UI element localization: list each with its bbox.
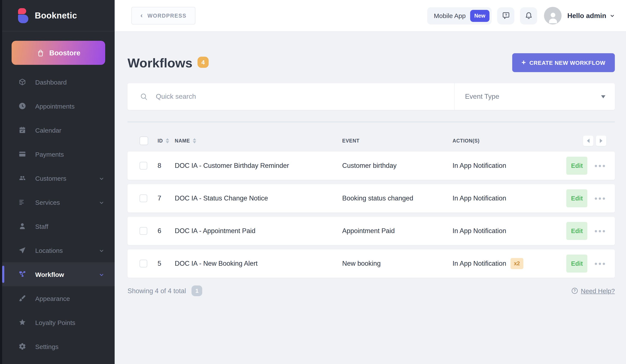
showing-count-label: Showing 4 of 4 total xyxy=(127,287,186,295)
table-row[interactable]: 8 DOC IA - Customer Birthday Reminder Cu… xyxy=(127,151,615,180)
sidebar-item-loyalty-points[interactable]: Loyalty Points xyxy=(2,310,115,334)
column-header-name[interactable]: NAME xyxy=(175,138,342,143)
brand-logo[interactable]: Booknetic xyxy=(2,0,115,31)
sidebar-item-workflow[interactable]: Workflow xyxy=(2,262,115,286)
row-name: DOC IA - Customer Birthday Reminder xyxy=(175,162,342,170)
sort-arrows-icon[interactable] xyxy=(193,138,196,143)
column-header-id[interactable]: ID xyxy=(157,138,175,143)
sidebar-item-calendar[interactable]: Calendar xyxy=(2,118,115,142)
booknetic-logo-icon xyxy=(18,8,29,23)
edit-button[interactable]: Edit xyxy=(567,222,587,240)
sidebar-item-payments[interactable]: Payments xyxy=(2,142,115,166)
event-type-label: Event Type xyxy=(465,93,499,101)
person-icon xyxy=(18,222,26,230)
clock-icon xyxy=(18,102,26,110)
credit-card-icon xyxy=(18,150,26,158)
sidebar-item-staff[interactable]: Staff xyxy=(2,214,115,238)
bell-icon xyxy=(524,11,533,20)
greeting-label: Hello admin xyxy=(567,12,606,20)
sitemap-icon xyxy=(18,270,26,278)
row-event: Appointment Paid xyxy=(342,227,453,235)
row-checkbox[interactable] xyxy=(140,162,147,170)
need-help-link[interactable]: ? Need Help? xyxy=(571,287,615,294)
new-badge: New xyxy=(470,10,489,22)
sidebar-item-dashboard[interactable]: Dashboard xyxy=(2,70,115,94)
content: Workflows 4 + CREATE NEW WORKFLOW Event … xyxy=(115,32,626,364)
mobile-app-label: Mobile App xyxy=(434,12,466,19)
row-action: In App Notification xyxy=(453,162,506,170)
notifications-button[interactable] xyxy=(520,7,537,24)
edit-button[interactable]: Edit xyxy=(567,157,587,175)
user-avatar[interactable] xyxy=(544,7,562,25)
help-button[interactable]: ? xyxy=(497,7,514,24)
table-row[interactable]: 7 DOC IA - Status Change Notice Booking … xyxy=(127,184,615,213)
caret-down-icon xyxy=(601,95,605,98)
row-more-button[interactable]: ●●● xyxy=(594,228,606,233)
table-header: ID NAME EVENT ACTION(S) xyxy=(127,132,615,150)
chevron-down-icon xyxy=(99,248,104,253)
chevron-left-icon: ‹ xyxy=(140,12,143,19)
active-indicator xyxy=(2,266,4,283)
app-root: Booknetic Boostore Dashboard Appointment… xyxy=(0,0,626,364)
need-help-label: Need Help? xyxy=(581,287,615,294)
row-name: DOC IA - Status Change Notice xyxy=(175,194,342,202)
row-checkbox[interactable] xyxy=(140,194,147,202)
back-to-wordpress-button[interactable]: ‹ WORDPRESS xyxy=(131,7,196,25)
star-icon xyxy=(18,319,26,326)
search-icon xyxy=(140,92,148,101)
sidebar-item-services[interactable]: Services xyxy=(2,190,115,214)
row-action: In App Notification xyxy=(453,260,506,267)
next-page-button[interactable] xyxy=(596,136,606,146)
row-id: 5 xyxy=(157,260,175,267)
sidebar-item-customers[interactable]: Customers xyxy=(2,166,115,190)
row-more-button[interactable]: ●●● xyxy=(594,196,606,201)
sidebar: Booknetic Boostore Dashboard Appointment… xyxy=(2,0,115,364)
sidebar-item-locations[interactable]: Locations xyxy=(2,238,115,262)
gear-icon xyxy=(18,343,26,350)
chevron-down-icon xyxy=(99,271,104,277)
user-menu[interactable]: Hello admin xyxy=(567,12,615,20)
arrow-right-icon xyxy=(600,139,602,143)
sort-arrows-icon[interactable] xyxy=(166,138,169,143)
mobile-app-button[interactable]: Mobile App New xyxy=(428,7,492,24)
table-row[interactable]: 5 DOC IA - New Booking Alert New booking… xyxy=(127,249,615,278)
row-id: 8 xyxy=(157,162,175,170)
select-all-checkbox[interactable] xyxy=(140,137,148,145)
question-circle-icon: ? xyxy=(571,287,578,294)
boostore-button[interactable]: Boostore xyxy=(12,41,105,65)
row-action: In App Notification xyxy=(453,194,506,202)
sidebar-item-appearance[interactable]: Appearance xyxy=(2,286,115,310)
sidebar-item-appointments[interactable]: Appointments xyxy=(2,94,115,118)
boostore-label: Boostore xyxy=(49,49,80,57)
create-new-workflow-label: CREATE NEW WORKFLOW xyxy=(529,59,605,66)
brand-name: Booknetic xyxy=(35,10,77,20)
row-checkbox[interactable] xyxy=(140,260,147,267)
previous-page-button[interactable] xyxy=(583,136,593,146)
sidebar-item-settings[interactable]: Settings xyxy=(2,334,115,359)
back-to-wordpress-label: WORDPRESS xyxy=(148,13,187,19)
edit-button[interactable]: Edit xyxy=(567,255,587,273)
page-header: Workflows 4 + CREATE NEW WORKFLOW xyxy=(127,53,615,72)
list-footer: Showing 4 of 4 total 1 ? Need Help? xyxy=(127,286,615,296)
cube-icon xyxy=(18,78,26,86)
event-type-select[interactable]: Event Type xyxy=(454,83,615,110)
chevron-down-icon xyxy=(99,175,104,181)
chevron-down-icon xyxy=(610,13,615,18)
row-name: DOC IA - New Booking Alert xyxy=(175,260,342,267)
row-name: DOC IA - Appointment Paid xyxy=(175,227,342,235)
section-divider xyxy=(127,121,615,122)
quick-search xyxy=(127,83,454,110)
edit-button[interactable]: Edit xyxy=(567,189,587,207)
topbar: ‹ WORDPRESS Mobile App New ? Hello xyxy=(115,0,626,32)
users-icon xyxy=(18,174,26,182)
row-checkbox[interactable] xyxy=(140,227,147,235)
create-new-workflow-button[interactable]: + CREATE NEW WORKFLOW xyxy=(512,53,615,72)
question-bubble-icon: ? xyxy=(502,11,510,20)
page-title: Workflows xyxy=(127,56,192,70)
search-input[interactable] xyxy=(155,92,454,101)
row-more-button[interactable]: ●●● xyxy=(594,261,606,266)
row-more-button[interactable]: ●●● xyxy=(594,163,606,168)
table-row[interactable]: 6 DOC IA - Appointment Paid Appointment … xyxy=(127,217,615,245)
brush-icon xyxy=(18,294,26,302)
pagination xyxy=(583,136,606,146)
